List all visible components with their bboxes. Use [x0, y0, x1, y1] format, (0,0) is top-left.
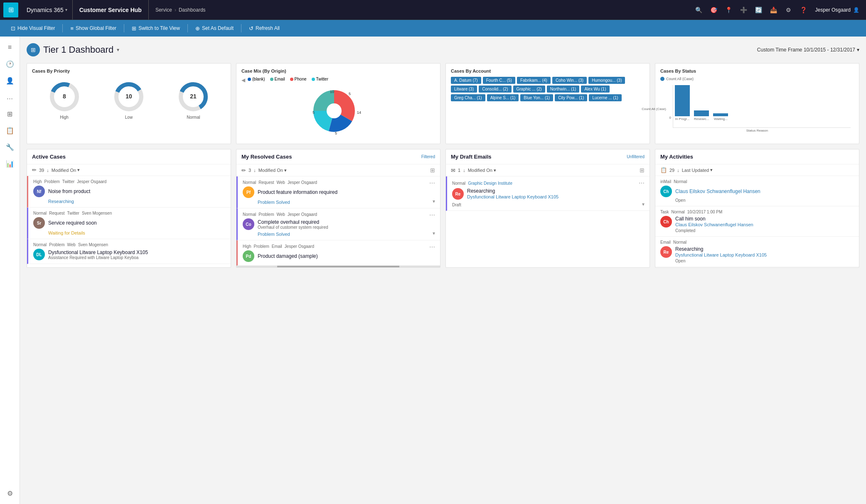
tag-high: High [243, 244, 251, 249]
help-icon-btn[interactable]: ❓ [797, 3, 810, 17]
refresh-all-icon: ↺ [249, 25, 253, 32]
sidebar-hamburger[interactable]: ≡ [2, 40, 17, 55]
bar-in-progress-label: In Progr... [675, 117, 690, 121]
more-options-icon[interactable]: ⋯ [429, 244, 435, 250]
tag-owner: Sven Mogensen [82, 211, 112, 215]
tag-lucerne[interactable]: Lucerne ... (1) [589, 94, 621, 101]
tag-litware[interactable]: Litware (3) [451, 86, 477, 93]
list-item[interactable]: Normal Problem Web Sven Mogensen DL Dysf… [27, 239, 231, 264]
show-global-filter-btn[interactable]: ≡ Show Global Filter [66, 22, 121, 34]
filter-icon: ⊡ [11, 25, 15, 32]
sidebar-settings[interactable]: ⚙ [2, 486, 17, 501]
list-item[interactable]: Task Normal 10/2/2017 1:00 PM Ch Call hi… [655, 206, 859, 237]
tag-fabrikam[interactable]: Fabrikam... (4) [517, 77, 551, 84]
tag-northwin[interactable]: Northwin... (1) [547, 86, 580, 93]
target-icon-btn[interactable]: 🎯 [707, 3, 721, 17]
global-filter-icon: ≡ [70, 25, 74, 32]
svg-text:5: 5 [349, 92, 351, 96]
tag-humongou[interactable]: Humongou... (3) [588, 77, 625, 84]
inbox-icon-btn[interactable]: 📥 [767, 3, 780, 17]
sidebar-tools[interactable]: 🔧 [2, 139, 17, 154]
tag-alex-wu[interactable]: Alex Wu (1) [581, 86, 609, 93]
resolved-sort[interactable]: Modified On ▾ [258, 168, 287, 173]
item-status: Researching [48, 199, 226, 204]
settings-icon-btn[interactable]: ⚙ [782, 3, 795, 17]
tag-a-datum[interactable]: A. Datum (7) [451, 77, 481, 84]
resolved-sort-label: Modified On [258, 168, 283, 173]
breadcrumb-dashboards[interactable]: Dashboards [179, 7, 206, 13]
tag-greg-cha[interactable]: Greg Cha... (1) [451, 94, 485, 101]
refresh-all-btn[interactable]: ↺ Refresh All [245, 22, 284, 34]
search-icon-btn[interactable]: 🔍 [692, 3, 706, 17]
list-item[interactable]: Email Normal Re Researching Dysfunctiona… [655, 237, 859, 267]
svg-text:10: 10 [125, 93, 132, 100]
sidebar-user[interactable]: 👤 [2, 73, 17, 88]
draft-sort[interactable]: Modified On ▾ [468, 168, 496, 173]
scrollbar-thumb [277, 266, 399, 267]
resolved-cases-list: Normal Request Web Jesper Osgaard ⋯ Pf P… [236, 176, 440, 266]
activities-sort-label: Last Updated [682, 168, 709, 173]
expand-icon[interactable]: ▾ [433, 198, 435, 204]
list-item[interactable]: Normal Request Web Jesper Osgaard ⋯ Pf P… [236, 176, 440, 208]
expand-icon[interactable]: ▾ [642, 201, 645, 207]
activity-link[interactable]: Claus Eilskov Schwanenflugel Hansen [675, 188, 760, 194]
grid-view-icon[interactable]: ⊞ [430, 167, 435, 174]
sidebar-chart[interactable]: 📊 [2, 156, 17, 171]
tag-fourth-c[interactable]: Fourth C... (5) [483, 77, 515, 84]
activity-link[interactable]: Dysfunctional Litware Laptop Keyboard X1… [675, 252, 767, 257]
refresh-icon-btn[interactable]: 🔄 [752, 3, 765, 17]
sidebar-more[interactable]: … [2, 90, 17, 105]
time-frame-selector[interactable]: Custom Time Frame 10/1/2015 - 12/31/2017… [757, 47, 859, 53]
pin-icon-btn[interactable]: 📍 [722, 3, 736, 17]
list-item[interactable]: Normal Request Twitter Sven Mogensen Sr … [27, 208, 231, 239]
sidebar-list[interactable]: 📋 [2, 123, 17, 138]
item-row: Nf Noise from product [33, 186, 226, 197]
item-tags: Normal Request Web Jesper Osgaard [243, 180, 317, 185]
app-icon[interactable]: ⊞ [3, 2, 18, 17]
avatar: DL [33, 249, 45, 260]
brand-link[interactable]: Dynamics 365 ▾ [22, 0, 73, 20]
pie-legend: (blank) Email Phone Twitter [248, 77, 328, 81]
avatar: Re [452, 188, 464, 200]
grid-view-icon[interactable]: ⊞ [640, 167, 645, 174]
user-menu[interactable]: Jesper Osgaard 👤 [812, 7, 863, 13]
tag-alpine-s[interactable]: Alpine S... (1) [487, 94, 519, 101]
tag-high: High [33, 179, 42, 184]
breadcrumb-service[interactable]: Service [155, 7, 172, 13]
switch-tile-view-btn[interactable]: ⊞ Switch to Tile View [128, 22, 184, 34]
add-icon-btn[interactable]: ➕ [737, 3, 750, 17]
donut-normal: 21 Normal [177, 80, 210, 120]
activities-sort[interactable]: Last Updated ▾ [682, 167, 713, 173]
list-item[interactable]: High Problem Email Jesper Osgaard ⋯ Pd P… [236, 240, 440, 266]
draft-link[interactable]: Dysfunctional Litware Laptop Keyboard X1… [467, 194, 558, 199]
sidebar-grid[interactable]: ⊞ [2, 106, 17, 121]
tag-problem: Problem [258, 212, 274, 217]
bar-researching-fill [694, 110, 709, 116]
hide-visual-filter-btn[interactable]: ⊡ Hide Visual Filter [7, 22, 59, 34]
tag-owner: Jesper Osgaard [285, 244, 314, 249]
active-cases-sort[interactable]: Modified On ▾ [52, 167, 80, 173]
list-item[interactable]: High Problem Twitter Jesper Osgaard Nf N… [27, 176, 231, 208]
pie-prev-icon[interactable]: ◀ [241, 77, 245, 83]
item-content: Noise from product [48, 188, 90, 194]
list-item[interactable]: Normal Problem Web Jesper Osgaard ⋯ Co C… [236, 208, 440, 240]
tag-graphic[interactable]: Graphic ... (2) [513, 86, 545, 93]
dashboard-chevron-icon[interactable]: ▾ [117, 47, 119, 53]
tag-problem: Problem [49, 242, 64, 247]
donut-low-svg: 10 [112, 80, 145, 113]
tag-coho-win[interactable]: Coho Win... (3) [552, 77, 587, 84]
tag-consolid[interactable]: Consolid... (2) [479, 86, 511, 93]
more-options-icon[interactable]: ⋯ [429, 212, 435, 218]
list-item[interactable]: Normal Graphic Design Institute ⋯ Re Res… [446, 176, 650, 211]
tag-blue-yon[interactable]: Blue Yon... (1) [520, 94, 553, 101]
set-default-btn[interactable]: ⊕ Set As Default [191, 22, 238, 34]
expand-icon[interactable]: ▾ [433, 230, 435, 236]
tag-city-pow[interactable]: City Pow... (1) [555, 94, 587, 101]
more-options-icon[interactable]: ⋯ [429, 180, 435, 186]
item-title: Service required soon [48, 220, 97, 226]
list-item[interactable]: inMail Normal Ch Claus Eilskov Schwanenf… [655, 176, 859, 206]
activity-link[interactable]: Claus Eilskov Schwanenflugel Hansen [675, 222, 753, 227]
more-options-icon[interactable]: ⋯ [639, 180, 645, 186]
sidebar-history[interactable]: 🕐 [2, 56, 17, 71]
scrollbar[interactable] [236, 266, 440, 267]
